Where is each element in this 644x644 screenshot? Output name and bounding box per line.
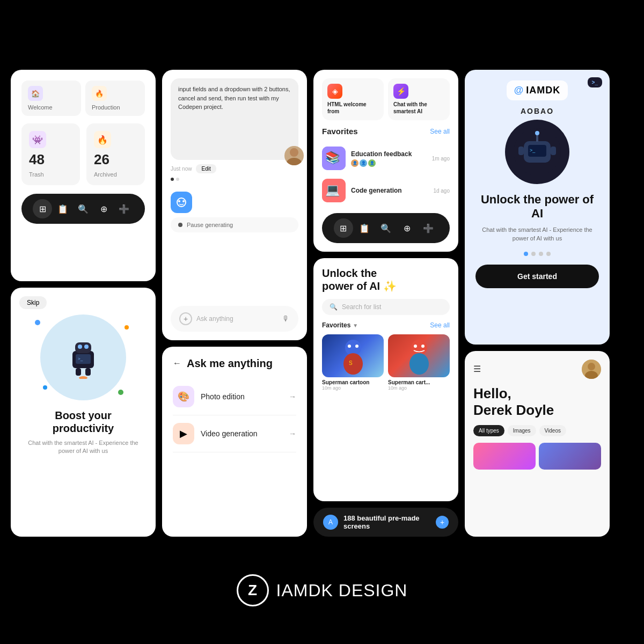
- fav-nav-search[interactable]: 🔍: [376, 218, 396, 238]
- filter-images[interactable]: Images: [508, 425, 536, 436]
- archived-label: Archived: [94, 171, 137, 178]
- production-card: 🔥 Production: [85, 80, 145, 116]
- filter-videos[interactable]: Videos: [539, 425, 566, 436]
- skip-button[interactable]: Skip: [19, 296, 47, 309]
- welcome-card: 🏠 Welcome: [21, 80, 81, 116]
- ask-panel: ← Ask me anything 🎨 Photo edition → ▶ Vi…: [162, 347, 307, 537]
- code-badge: >_: [588, 77, 602, 87]
- search-bar[interactable]: 🔍 Search for list: [322, 299, 450, 315]
- education-thumb-svg: 📚: [322, 147, 346, 170]
- chat-smartest-label: Chat with the smartest AI: [393, 101, 444, 115]
- dot-active: [171, 178, 174, 181]
- trash-stat: 👾 48 Trash: [21, 123, 80, 185]
- dots-indicator: [171, 178, 298, 181]
- welcome-section: ◈ HTML welcome from ⚡ Chat with the smar…: [322, 78, 450, 120]
- fav-nav-more[interactable]: ➕: [419, 218, 438, 238]
- nav-more[interactable]: ➕: [114, 199, 134, 218]
- get-started-button[interactable]: Get started: [475, 265, 599, 288]
- dot-inactive: [176, 178, 179, 181]
- chat-spacer: [171, 232, 298, 301]
- video-label: Video generation: [201, 429, 282, 438]
- deco-dot-blue2: [43, 385, 47, 390]
- brand-name: IAMDK: [276, 581, 333, 600]
- robot-svg: >_: [62, 336, 105, 379]
- unlock-hero-title: Unlock the power of AI: [475, 193, 599, 221]
- superman1-card[interactable]: S Superman cartoon 10m ago: [322, 334, 384, 391]
- favorites-nav-bar: ⊞ 📋 🔍 ⊕ ➕: [322, 213, 450, 243]
- nav-search[interactable]: 🔍: [74, 199, 93, 218]
- edit-button[interactable]: Edit: [196, 164, 216, 173]
- superman2-card[interactable]: Superman cart... 10m ago: [388, 334, 450, 391]
- favorites-see-all[interactable]: See all: [430, 128, 450, 135]
- superman1-img: S: [322, 334, 384, 377]
- premade-plus[interactable]: +: [436, 516, 449, 529]
- chat-input-area[interactable]: + Ask anything 🎙: [171, 306, 298, 332]
- fav-nav-home[interactable]: ⊞: [334, 218, 353, 238]
- brand-z: Z: [248, 582, 257, 599]
- nav-files[interactable]: 📋: [53, 199, 72, 218]
- input-placeholder[interactable]: Ask anything: [196, 315, 278, 323]
- pause-dot: [178, 223, 182, 227]
- education-avatars: 👤 👤 👤: [351, 159, 427, 167]
- chat-icon: ⚡: [393, 84, 408, 99]
- avatar-1: 👤: [351, 159, 358, 167]
- back-arrow[interactable]: ←: [173, 358, 181, 368]
- profile-images: [473, 443, 601, 470]
- dot-3: [539, 252, 543, 256]
- deco-dot-blue: [35, 320, 40, 325]
- profile-name: Hello,Derek Doyle: [473, 385, 601, 419]
- archived-icon: 🔥: [94, 131, 111, 148]
- filter-all[interactable]: All types: [473, 425, 504, 436]
- svg-point-18: [421, 345, 425, 348]
- svg-text:💻: 💻: [325, 182, 340, 197]
- nav-home[interactable]: ⊞: [33, 199, 52, 218]
- education-time: 1m ago: [432, 156, 450, 162]
- unlock-see-all[interactable]: See all: [430, 321, 450, 329]
- nav-add[interactable]: ⊕: [94, 199, 113, 218]
- fav-education[interactable]: 📚 Education feedback 👤 👤 👤 1m ago: [322, 142, 450, 174]
- svg-rect-25: [536, 134, 538, 142]
- generating-bar: Pause generating: [171, 217, 298, 232]
- dot-1: [524, 252, 528, 256]
- production-icon: 🔥: [92, 86, 107, 101]
- at-sign: @: [514, 85, 524, 96]
- stats-numbers-row: 👾 48 Trash 🔥 26 Archived: [21, 123, 145, 185]
- welcome-prod-row: 🏠 Welcome 🔥 Production: [21, 80, 145, 116]
- image-grid: S Superman cartoon 10m ago: [322, 334, 450, 391]
- hamburger-icon[interactable]: ☰: [473, 364, 481, 374]
- trash-label: Trash: [29, 171, 72, 178]
- code-time: 1d ago: [433, 188, 450, 194]
- onboarding-panel: Skip >_: [11, 288, 156, 537]
- ask-item-video[interactable]: ▶ Video generation →: [173, 415, 296, 452]
- brand-logo: Z IAMDK DESIGN: [237, 574, 408, 606]
- robot-eye-right: [84, 345, 89, 349]
- welcome-icon: 🏠: [28, 86, 43, 101]
- svg-rect-24: [551, 147, 556, 155]
- fav-nav-files[interactable]: 📋: [355, 218, 374, 238]
- fav-code[interactable]: 💻 Code generation 1d ago: [322, 174, 450, 207]
- welcome-label: Welcome: [28, 104, 75, 111]
- svg-text:>_: >_: [530, 148, 536, 153]
- dot-2: [531, 252, 536, 256]
- svg-point-5: [182, 200, 185, 202]
- premade-icon: A: [323, 515, 338, 530]
- superman2-img: [388, 334, 450, 377]
- fav-nav-add[interactable]: ⊕: [398, 218, 417, 238]
- trash-icon: 👾: [29, 131, 46, 148]
- voice-icon[interactable]: 🎙: [282, 314, 290, 323]
- svg-text:>_: >_: [78, 356, 83, 361]
- svg-point-13: [348, 345, 351, 348]
- ask-item-photo[interactable]: 🎨 Photo edition →: [173, 378, 296, 415]
- photo-icon: 🎨: [173, 386, 194, 407]
- avatar-3: 👤: [368, 159, 376, 167]
- photo-label: Photo edition: [201, 392, 282, 401]
- favorites-panel: ◈ HTML welcome from ⚡ Chat with the smar…: [313, 70, 458, 252]
- superman1-svg: S: [337, 337, 369, 375]
- unlock-panel: Unlock thepower of AI ✨ 🔍 Search for lis…: [313, 258, 458, 501]
- superman2-label: Superman cart...: [388, 379, 450, 385]
- profile-img-2: [539, 443, 601, 470]
- avatar-svg: [284, 146, 304, 165]
- education-info: Education feedback 👤 👤 👤: [351, 150, 427, 167]
- plus-icon[interactable]: +: [179, 312, 192, 325]
- deco-dot-green: [118, 390, 123, 395]
